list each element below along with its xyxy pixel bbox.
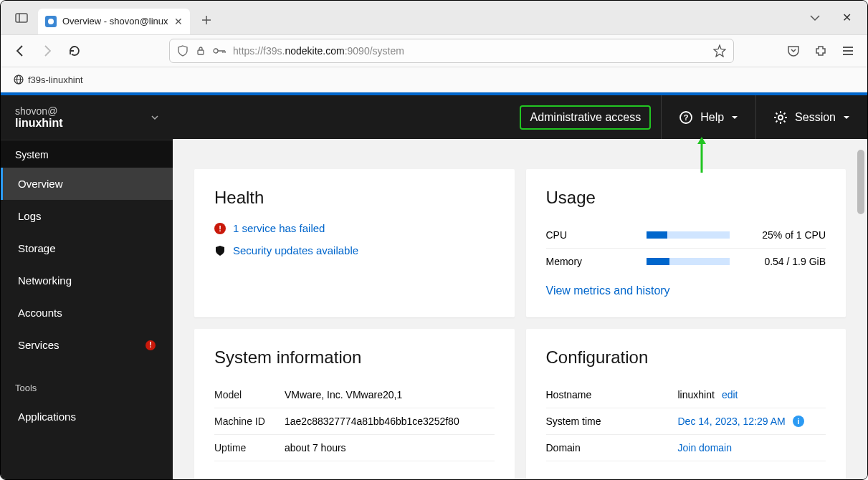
sidebar: shovon@ linuxhint System Overview Logs S… bbox=[1, 92, 173, 480]
cfg-label: System time bbox=[546, 416, 678, 427]
security-updates-link[interactable]: Security updates available bbox=[233, 244, 358, 256]
admin-access-button[interactable]: Administrative access bbox=[520, 105, 651, 130]
sidebar-item-accounts[interactable]: Accounts bbox=[1, 297, 173, 329]
caret-down-icon bbox=[151, 115, 158, 120]
sidebar-item-label: Services bbox=[18, 339, 59, 351]
usage-row-cpu: CPU 25% of 1 CPU bbox=[546, 222, 826, 248]
hamburger-menu-icon[interactable] bbox=[841, 44, 854, 57]
edit-hostname-link[interactable]: edit bbox=[722, 389, 738, 400]
browser-tab[interactable]: Overview - shovon@linux ✕ bbox=[38, 9, 190, 34]
view-metrics-link[interactable]: View metrics and history bbox=[546, 284, 670, 297]
session-menu[interactable]: Session bbox=[755, 95, 867, 139]
sidebar-item-storage[interactable]: Storage bbox=[1, 232, 173, 264]
admin-access-label: Administrative access bbox=[530, 111, 641, 123]
usage-title: Usage bbox=[546, 188, 826, 208]
security-shield-icon bbox=[214, 245, 226, 256]
config-title: Configuration bbox=[546, 347, 826, 368]
sidebar-item-overview[interactable]: Overview bbox=[1, 168, 173, 200]
tab-title: Overview - shovon@linux bbox=[62, 16, 168, 27]
svg-rect-5 bbox=[198, 50, 204, 54]
sidebar-item-applications[interactable]: Applications bbox=[1, 400, 173, 433]
browser-chrome: Overview - shovon@linux ✕ ✕ https://f39s… bbox=[1, 1, 867, 92]
info-value: 1ae2c88327774a81bb46bb1ce3252f80 bbox=[285, 416, 459, 427]
config-card: Configuration Hostname linuxhint edit Sy… bbox=[526, 329, 846, 481]
svg-point-6 bbox=[214, 49, 218, 53]
cfg-label: Domain bbox=[546, 442, 678, 453]
url-text: https://f39s.nodekite.com:9090/system bbox=[233, 45, 404, 57]
cockpit-app: shovon@ linuxhint System Overview Logs S… bbox=[1, 92, 867, 480]
extensions-icon[interactable] bbox=[814, 44, 827, 57]
cpu-bar bbox=[647, 231, 730, 239]
cfg-row-hostname: Hostname linuxhint edit bbox=[546, 382, 826, 408]
sidebar-section-tools: Tools bbox=[1, 374, 173, 400]
svg-point-2 bbox=[48, 19, 54, 24]
shield-icon bbox=[177, 45, 189, 57]
cfg-label: Hostname bbox=[546, 389, 678, 400]
sidebar-item-label: Logs bbox=[18, 210, 42, 222]
cpu-value: 25% of 1 CPU bbox=[762, 229, 826, 241]
globe-icon bbox=[14, 75, 24, 85]
systime-link[interactable]: Dec 14, 2023, 12:29 AM bbox=[678, 416, 786, 427]
main-area: Administrative access ? Help Session Hea… bbox=[173, 92, 867, 480]
sidebar-item-label: Accounts bbox=[18, 307, 62, 319]
caret-down-icon bbox=[843, 115, 850, 120]
info-row-machineid: Machine ID1ae2c88327774a81bb46bb1ce3252f… bbox=[214, 408, 495, 435]
sidebar-item-services[interactable]: Services! bbox=[1, 329, 173, 361]
health-title: Health bbox=[214, 188, 495, 208]
forward-button[interactable] bbox=[41, 44, 54, 57]
health-card: Health ! 1 service has failed Security u… bbox=[194, 169, 515, 317]
info-row-uptime: Uptimeabout 7 hours bbox=[214, 435, 495, 461]
caret-down-icon bbox=[731, 115, 738, 120]
new-tab-button[interactable] bbox=[196, 9, 217, 31]
alert-badge-icon: ! bbox=[146, 340, 156, 350]
error-icon: ! bbox=[214, 223, 226, 234]
tab-favicon-icon bbox=[45, 16, 57, 27]
reload-button[interactable] bbox=[68, 44, 81, 57]
user-switcher[interactable]: shovon@ linuxhint bbox=[1, 92, 173, 140]
sidebar-toggle-icon[interactable] bbox=[11, 7, 32, 29]
pocket-icon[interactable] bbox=[787, 44, 800, 57]
tab-close-button[interactable]: ✕ bbox=[174, 16, 183, 27]
sidebar-item-label: Overview bbox=[18, 178, 63, 190]
user-at: shovon@ bbox=[15, 105, 63, 117]
info-label: Model bbox=[214, 389, 285, 400]
sysinfo-card: System information ModelVMware, Inc. VMw… bbox=[194, 329, 515, 481]
key-icon bbox=[213, 47, 226, 54]
info-row-model: ModelVMware, Inc. VMware20,1 bbox=[214, 382, 495, 408]
svg-point-18 bbox=[778, 115, 783, 120]
sidebar-item-networking[interactable]: Networking bbox=[1, 264, 173, 297]
url-box[interactable]: https://f39s.nodekite.com:9090/system bbox=[169, 39, 734, 63]
join-domain-link[interactable]: Join domain bbox=[678, 442, 733, 453]
content-grid: Health ! 1 service has failed Security u… bbox=[173, 139, 867, 480]
back-button[interactable] bbox=[14, 44, 27, 57]
memory-label: Memory bbox=[546, 256, 647, 267]
sidebar-item-label: Networking bbox=[18, 274, 72, 287]
help-menu[interactable]: ? Help bbox=[661, 95, 755, 139]
info-label: Uptime bbox=[214, 442, 285, 453]
info-value: VMware, Inc. VMware20,1 bbox=[285, 389, 402, 400]
gear-icon bbox=[773, 110, 788, 125]
hostname-value: linuxhint bbox=[678, 389, 715, 400]
memory-bar bbox=[647, 258, 730, 265]
sidebar-item-label: Applications bbox=[18, 411, 76, 423]
lock-icon bbox=[196, 46, 206, 56]
cfg-row-systime: System time Dec 14, 2023, 12:29 AM i bbox=[546, 408, 826, 435]
usage-card: Usage CPU 25% of 1 CPU Memory 0.54 / 1.9… bbox=[526, 169, 846, 317]
address-bar: https://f39s.nodekite.com:9090/system bbox=[1, 34, 867, 67]
user-host: linuxhint bbox=[15, 117, 63, 130]
tabs-dropdown-icon[interactable] bbox=[809, 14, 821, 21]
sidebar-item-label: Storage bbox=[18, 242, 56, 254]
bookmark-bar[interactable]: f39s-linuxhint bbox=[1, 67, 867, 92]
memory-value: 0.54 / 1.9 GiB bbox=[764, 256, 826, 267]
info-icon[interactable]: i bbox=[793, 416, 804, 427]
window-close-button[interactable]: ✕ bbox=[842, 11, 852, 24]
tab-bar: Overview - shovon@linux ✕ ✕ bbox=[1, 1, 867, 34]
scrollbar[interactable] bbox=[857, 150, 864, 214]
bookmark-star-icon[interactable] bbox=[713, 44, 726, 57]
sidebar-section-system: System bbox=[1, 140, 173, 168]
sidebar-item-logs[interactable]: Logs bbox=[1, 200, 173, 232]
failed-services-link[interactable]: 1 service has failed bbox=[233, 222, 325, 234]
help-icon: ? bbox=[679, 110, 693, 125]
sysinfo-title: System information bbox=[214, 347, 495, 368]
session-label: Session bbox=[795, 111, 836, 124]
